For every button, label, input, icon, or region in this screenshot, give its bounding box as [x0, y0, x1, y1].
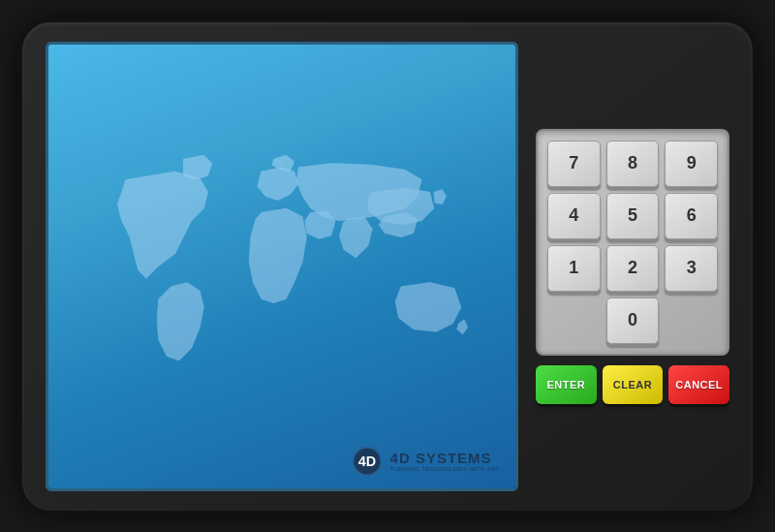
keypad-area: 7 8 9 4 5 6 1 2 3 0 ENTER CLEAR CANCEL [536, 42, 729, 491]
brand-area: 4D 4D SYSTEMS TURNING TECHNOLOGY INTO AR… [352, 446, 500, 477]
screen-area: 4D 4D SYSTEMS TURNING TECHNOLOGY INTO AR… [46, 42, 518, 491]
cancel-button[interactable]: CANCEL [668, 365, 729, 404]
screen-display: 4D 4D SYSTEMS TURNING TECHNOLOGY INTO AR… [48, 45, 515, 488]
clear-button[interactable]: CLEAR [603, 365, 664, 404]
enter-button[interactable]: ENTER [536, 365, 597, 404]
svg-text:4D: 4D [357, 453, 375, 468]
world-map-icon [77, 146, 487, 377]
key-9[interactable]: 9 [665, 141, 718, 187]
key-2[interactable]: 2 [606, 245, 660, 292]
brand-logo-icon: 4D [352, 446, 383, 477]
key-6[interactable]: 6 [665, 193, 718, 239]
screen-bezel: 4D 4D SYSTEMS TURNING TECHNOLOGY INTO AR… [46, 42, 518, 491]
key-5[interactable]: 5 [606, 193, 660, 239]
brand-tagline: TURNING TECHNOLOGY INTO ART [390, 466, 500, 472]
key-1[interactable]: 1 [547, 245, 601, 292]
key-0[interactable]: 0 [606, 297, 660, 344]
keypad-grid: 7 8 9 4 5 6 1 2 3 0 [536, 129, 729, 356]
brand-name: 4D SYSTEMS [390, 450, 500, 466]
key-3[interactable]: 3 [665, 245, 718, 292]
action-buttons: ENTER CLEAR CANCEL [536, 365, 729, 404]
key-4[interactable]: 4 [547, 193, 601, 239]
brand-text: 4D SYSTEMS TURNING TECHNOLOGY INTO ART [390, 450, 500, 472]
key-7[interactable]: 7 [547, 141, 601, 187]
key-8[interactable]: 8 [606, 141, 660, 187]
device: 4D 4D SYSTEMS TURNING TECHNOLOGY INTO AR… [19, 19, 756, 514]
